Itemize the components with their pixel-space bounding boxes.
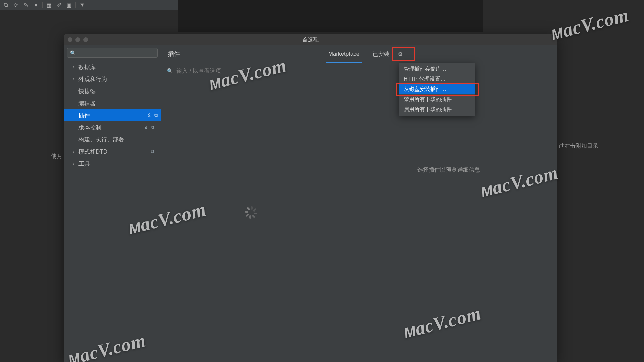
chevron-right-icon: › <box>73 101 78 106</box>
dialog-title: 首选项 <box>302 36 319 43</box>
loading-spinner-icon <box>245 206 257 219</box>
sidebar-item-label: 编辑器 <box>78 100 96 107</box>
chevron-right-icon: › <box>73 149 78 154</box>
sidebar-item-构建、执行、部署[interactable]: ›构建、执行、部署 <box>67 133 158 145</box>
sidebar-item-快捷键[interactable]: 快捷键 <box>67 85 158 97</box>
chevron-right-icon: › <box>73 65 78 69</box>
chevron-right-icon: › <box>73 137 78 142</box>
plugin-search-bar[interactable]: 🔍 输入 / 以查看选项 <box>161 63 340 79</box>
settings-gear-button[interactable]: ⚙ <box>394 48 407 60</box>
sidebar-search[interactable]: 🔍 <box>67 48 158 58</box>
sidebar-item-label: 插件 <box>78 112 90 119</box>
dialog-titlebar: 首选项 <box>64 34 557 45</box>
sidebar-item-label: 快捷键 <box>78 87 96 95</box>
image-icon[interactable]: ▣ <box>65 1 73 9</box>
sidebar-item-编辑器[interactable]: ›编辑器 <box>67 97 158 109</box>
sidebar-item-label: 版本控制 <box>78 124 101 131</box>
sidebar-item-插件[interactable]: 插件文⧉ <box>64 109 161 121</box>
sidebar-item-label: 构建、执行、部署 <box>78 136 124 143</box>
close-icon[interactable] <box>68 37 72 42</box>
refresh-icon[interactable]: ⟳ <box>12 1 19 9</box>
translate-icon: 文 <box>147 112 152 118</box>
background-text-right: 过右击附加目录 <box>558 142 598 150</box>
preferences-dialog: 首选项 🔍 ›数据库›外观和行为快捷键›编辑器插件文⧉›版本控制文⧉›构建、执行… <box>64 34 557 362</box>
copy-icon: ⧉ <box>151 149 154 155</box>
gear-dropdown-menu: 管理插件存储库…HTTP 代理设置…从磁盘安装插件…禁用所有下载的插件启用所有下… <box>399 63 475 116</box>
menu-item-0[interactable]: 管理插件存储库… <box>399 64 475 74</box>
item-icons: ⧉ <box>151 149 154 155</box>
chevron-right-icon: › <box>73 125 78 130</box>
copy-icon[interactable]: ⧉ <box>2 1 9 9</box>
minimize-icon[interactable] <box>75 37 80 42</box>
detail-placeholder-text: 选择插件以预览详细信息 <box>417 166 480 174</box>
filter-icon[interactable]: ▼ <box>78 1 86 9</box>
search-icon: 🔍 <box>167 68 173 74</box>
sidebar-item-label: 数据库 <box>78 63 96 71</box>
background-dark-panel <box>178 0 483 32</box>
translate-icon: 文 <box>144 124 148 130</box>
script-icon[interactable]: ✎ <box>22 1 30 9</box>
content-split: 🔍 输入 / 以查看选项 选择插件以预览详细信息 <box>161 63 557 362</box>
tab-marketplace[interactable]: Marketplace <box>328 45 360 63</box>
maximize-icon[interactable] <box>83 37 88 42</box>
sidebar: 🔍 ›数据库›外观和行为快捷键›编辑器插件文⧉›版本控制文⧉›构建、执行、部署›… <box>64 45 161 362</box>
menu-item-4[interactable]: 启用所有下载的插件 <box>399 104 475 114</box>
menu-item-2[interactable]: 从磁盘安装插件… <box>399 84 475 94</box>
plugin-list-pane: 🔍 输入 / 以查看选项 <box>161 63 340 362</box>
tabs: Marketplace 已安装 <box>328 45 390 63</box>
stop-icon[interactable]: ■ <box>32 1 40 9</box>
sidebar-search-input[interactable] <box>77 50 155 56</box>
watermark: MacV.com <box>549 4 631 44</box>
content-title: 插件 <box>168 50 180 58</box>
dialog-body: 🔍 ›数据库›外观和行为快捷键›编辑器插件文⧉›版本控制文⧉›构建、执行、部署›… <box>64 45 557 362</box>
copy-icon: ⧉ <box>151 124 154 130</box>
menu-item-3[interactable]: 禁用所有下载的插件 <box>399 94 475 104</box>
sidebar-item-数据库[interactable]: ›数据库 <box>67 61 158 73</box>
window-controls[interactable] <box>68 37 88 42</box>
tab-installed[interactable]: 已安装 <box>373 45 390 63</box>
background-toolbar: ⧉ ⟳ ✎ ■ ▦ ✐ ▣ ▼ <box>0 0 178 10</box>
background-text-left: 使月 <box>51 152 62 160</box>
chevron-right-icon: › <box>73 77 78 81</box>
sidebar-tree: ›数据库›外观和行为快捷键›编辑器插件文⧉›版本控制文⧉›构建、执行、部署›模式… <box>67 61 158 170</box>
grid-icon[interactable]: ▦ <box>45 1 53 9</box>
search-icon: 🔍 <box>70 50 76 56</box>
sidebar-item-模式和DTD[interactable]: ›模式和DTD⧉ <box>67 145 158 158</box>
sidebar-item-工具[interactable]: ›工具 <box>67 158 158 170</box>
content-area: 插件 Marketplace 已安装 ⚙ 🔍 输入 / 以查看选项 <box>161 45 557 362</box>
plugin-search-placeholder: 输入 / 以查看选项 <box>176 67 221 75</box>
sidebar-item-外观和行为[interactable]: ›外观和行为 <box>67 73 158 85</box>
sidebar-item-label: 工具 <box>78 160 90 168</box>
copy-icon: ⧉ <box>154 112 158 118</box>
toolbar-separator <box>42 2 43 8</box>
item-icons: 文⧉ <box>147 112 158 118</box>
content-header: 插件 Marketplace 已安装 ⚙ <box>161 45 557 63</box>
toolbar-separator <box>75 2 76 8</box>
chevron-right-icon: › <box>73 161 78 166</box>
gear-icon: ⚙ <box>398 51 403 57</box>
edit-icon[interactable]: ✐ <box>55 1 63 9</box>
sidebar-item-label: 模式和DTD <box>78 148 107 156</box>
sidebar-item-版本控制[interactable]: ›版本控制文⧉ <box>67 121 158 133</box>
item-icons: 文⧉ <box>144 124 154 130</box>
sidebar-item-label: 外观和行为 <box>78 75 107 83</box>
menu-item-1[interactable]: HTTP 代理设置… <box>399 74 475 84</box>
